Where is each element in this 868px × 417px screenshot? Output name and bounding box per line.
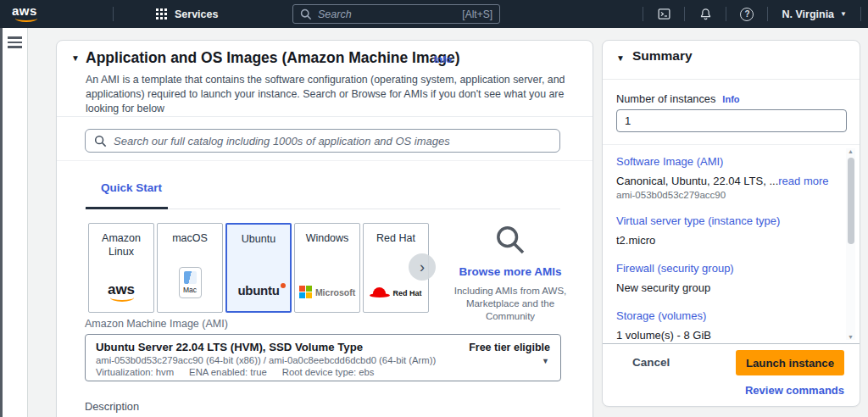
os-card-label: Ubuntu	[242, 232, 275, 246]
os-card-label: Windows	[306, 231, 349, 245]
services-grid-icon	[156, 8, 167, 19]
ami-select-dropdown[interactable]: Ubuntu Server 22.04 LTS (HVM), SSD Volum…	[85, 334, 561, 381]
ami-ena-enabled: ENA enabled: true	[189, 367, 267, 377]
ubuntu-dot-icon	[281, 283, 286, 288]
collapse-caret-icon[interactable]: ▼	[71, 53, 80, 63]
review-commands-link[interactable]: Review commands	[745, 384, 844, 397]
global-search-input[interactable]	[318, 8, 456, 20]
collapsed-sidebar	[3, 28, 28, 417]
software-image-ami-id: ami-053b0d53c279acc90	[616, 190, 834, 200]
collapse-caret-icon[interactable]: ▼	[616, 53, 625, 63]
browse-more-amis-link[interactable]: Browse more AMIs	[442, 265, 578, 278]
redhat-fedora-icon	[370, 287, 390, 298]
nav-divider	[113, 7, 114, 21]
scrollbar-down-arrow-icon[interactable]: ▼	[846, 334, 855, 340]
software-image-value: Canonical, Ubuntu, 22.04 LTS, ...read mo…	[616, 175, 834, 188]
divider	[603, 343, 860, 344]
launch-instance-button[interactable]: Launch instance	[736, 350, 844, 375]
os-card-windows[interactable]: Windows Microsoft	[294, 223, 360, 313]
aws-smile-icon	[15, 14, 37, 22]
bell-icon	[698, 7, 713, 21]
cloudshell-button[interactable]	[645, 0, 682, 28]
search-icon	[493, 223, 527, 257]
os-card-macos[interactable]: macOS Mac	[157, 223, 223, 313]
divider	[57, 116, 593, 117]
redhat-logo: Red Hat	[370, 287, 421, 298]
ami-field-label: Amazon Machine Image (AMI)	[85, 318, 228, 330]
ami-details: Virtualization: hvm ENA enabled: true Ro…	[96, 367, 550, 377]
ami-ids: ami-053b0d53c279acc90 (64-bit (x86)) / a…	[96, 355, 550, 365]
scrollbar-up-arrow-icon[interactable]: ▲	[846, 148, 855, 154]
ami-catalog-search-input[interactable]	[114, 135, 551, 147]
browse-more-amis-block: Browse more AMIs Including AMIs from AWS…	[442, 223, 578, 323]
instances-label: Number of instances	[616, 92, 715, 105]
firewall-value: New security group	[616, 281, 834, 295]
region-label: N. Virginia	[782, 8, 834, 20]
nav-divider	[767, 7, 768, 21]
tab-quick-start[interactable]: Quick Start	[101, 181, 162, 194]
services-label: Services	[175, 8, 218, 20]
mac-logo: Mac	[179, 267, 202, 298]
chevron-down-icon: ▼	[542, 357, 549, 365]
ami-catalog-search-box[interactable]	[85, 129, 560, 153]
summary-panel: ▼ Summary Number of instances Info Softw…	[602, 40, 860, 407]
microsoft-squares-icon	[299, 286, 312, 298]
search-shortcut-hint: [Alt+S]	[462, 8, 492, 20]
instance-type-value: t2.micro	[616, 234, 834, 247]
ami-section-card: ▼ Application and OS Images (Amazon Mach…	[56, 40, 593, 417]
notifications-button[interactable]	[687, 0, 724, 28]
os-card-ubuntu[interactable]: Ubuntu ubuntu	[225, 223, 292, 313]
os-card-label: Amazon Linux	[92, 231, 150, 259]
free-tier-badge: Free tier eligible	[469, 342, 550, 353]
search-icon	[94, 135, 107, 147]
cloudshell-terminal-icon	[657, 7, 671, 21]
storage-value: 1 volume(s) - 8 GiB	[616, 329, 834, 342]
region-selector[interactable]: N. Virginia ▼	[770, 0, 859, 28]
summary-title: Summary	[632, 48, 693, 64]
aws-logo[interactable]: aws	[12, 3, 46, 25]
help-button[interactable]: ?	[728, 0, 765, 28]
divider	[57, 160, 593, 161]
microsoft-logo: Microsoft	[299, 286, 355, 298]
browse-more-caption: Including AMIs from AWS, Marketplace and…	[451, 285, 570, 323]
os-card-label: macOS	[172, 231, 208, 245]
ubuntu-logo: ubuntu	[237, 283, 279, 297]
ami-select-title: Ubuntu Server 22.04 LTS (HVM), SSD Volum…	[96, 341, 363, 353]
aws-logo: aws	[108, 259, 135, 302]
global-search-box[interactable]: [Alt+S]	[292, 4, 500, 24]
description-label: Description	[85, 400, 139, 413]
nav-divider	[726, 7, 726, 21]
summary-scroll-area: Software Image (AMI) Canonical, Ubuntu, …	[603, 145, 860, 343]
scrollbar-thumb[interactable]	[848, 158, 854, 244]
scrollbar[interactable]: ▲ ▼	[846, 148, 855, 340]
aws-smile-icon	[110, 293, 134, 302]
cancel-button[interactable]: Cancel	[632, 356, 670, 369]
nav-right-controls: ? N. Virginia ▼	[641, 0, 868, 28]
software-image-link[interactable]: Software Image (AMI)	[616, 155, 834, 168]
search-icon	[300, 8, 312, 20]
services-menu-button[interactable]: Services	[156, 0, 218, 28]
ami-section-description: An AMI is a template that contains the s…	[86, 73, 586, 116]
instance-type-link[interactable]: Virtual server type (instance type)	[616, 214, 834, 227]
hamburger-menu-button[interactable]	[8, 36, 22, 48]
nav-divider	[643, 7, 643, 21]
divider	[603, 79, 860, 80]
nav-divider	[684, 7, 685, 21]
storage-link[interactable]: Storage (volumes)	[616, 309, 834, 322]
ami-root-device: Root device type: ebs	[282, 367, 375, 377]
ami-info-link[interactable]: Info	[434, 54, 452, 64]
chevron-down-icon: ▼	[840, 10, 847, 18]
os-card-label: Red Hat	[376, 231, 415, 245]
os-card-amazon-linux[interactable]: Amazon Linux aws	[88, 223, 154, 313]
instances-count-input[interactable]	[616, 109, 847, 132]
read-more-link[interactable]: read more	[778, 175, 828, 187]
os-cards-scroll-right-button[interactable]: ›	[409, 253, 436, 281]
instances-info-link[interactable]: Info	[722, 94, 739, 104]
nav-divider	[860, 7, 861, 21]
ami-virtualization: Virtualization: hvm	[96, 367, 174, 377]
os-card-list: Amazon Linux aws macOS Mac Ubuntu ubuntu	[88, 223, 429, 313]
ami-section-title: Application and OS Images (Amazon Machin…	[86, 49, 459, 67]
active-tab-indicator	[86, 207, 168, 209]
firewall-link[interactable]: Firewall (security group)	[616, 262, 834, 275]
question-mark-icon: ?	[740, 8, 754, 21]
